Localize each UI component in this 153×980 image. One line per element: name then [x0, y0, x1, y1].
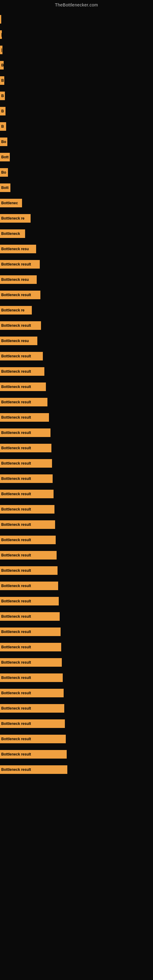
bar-item[interactable]: Bottleneck result	[0, 689, 64, 697]
bar-row: |	[0, 27, 153, 42]
bar-item[interactable]: Bottleneck result	[0, 735, 66, 743]
bar-row: Bottleneck resu	[0, 272, 153, 287]
bar-row: Bottleneck result	[0, 456, 153, 471]
bar-item[interactable]: Bottleneck result	[0, 398, 48, 406]
bar-item[interactable]: |	[0, 46, 2, 54]
bar-row: Bottleneck result	[0, 348, 153, 364]
bar-row: Bottleneck result	[0, 441, 153, 456]
bar-row: Bottleneck result	[0, 670, 153, 686]
bar-row: Bottleneck result	[0, 486, 153, 502]
bar-row: Bottleneck result	[0, 318, 153, 333]
bar-row: Bottleneck result	[0, 686, 153, 701]
bar-item[interactable]: Bo	[0, 168, 8, 177]
bar-item[interactable]: Bottlenec	[0, 199, 22, 207]
bar-row: Bottleneck result	[0, 563, 153, 578]
bar-item[interactable]: Bottleneck result	[0, 520, 55, 529]
bar-row: Bottleneck result	[0, 624, 153, 640]
bar-item[interactable]: Bottleneck	[0, 229, 25, 238]
bar-item[interactable]: Bottleneck result	[0, 566, 57, 575]
bar-row: |	[0, 42, 153, 57]
bar-item[interactable]: Bottleneck result	[0, 612, 60, 621]
bar-row: Bottleneck result	[0, 257, 153, 272]
bar-item[interactable]: |	[0, 15, 1, 24]
bar-item[interactable]: Bott	[0, 183, 10, 192]
bar-item[interactable]: Bottleneck result	[0, 413, 49, 422]
bar-item[interactable]: Bottleneck resu	[0, 337, 37, 345]
bar-row: Bott	[0, 180, 153, 196]
bar-item[interactable]: Bottleneck resu	[0, 245, 36, 253]
bar-row: Bottleneck result	[0, 655, 153, 670]
bar-row: Bottleneck result	[0, 502, 153, 517]
bar-row: Bottleneck result	[0, 532, 153, 547]
bar-row: Bottleneck resu	[0, 333, 153, 348]
bar-item[interactable]: B	[0, 107, 5, 115]
bar-item[interactable]: B	[0, 61, 4, 70]
bar-row: Bottleneck result	[0, 517, 153, 532]
bar-row: Bottleneck result	[0, 762, 153, 777]
bar-row: Bott	[0, 150, 153, 165]
bar-item[interactable]: Bottleneck result	[0, 505, 54, 514]
bar-item[interactable]: Bottleneck result	[0, 704, 64, 713]
bar-row: Bottleneck result	[0, 425, 153, 441]
bar-item[interactable]: B	[0, 122, 6, 131]
bar-item[interactable]: Bottleneck result	[0, 291, 40, 299]
bar-item[interactable]: Bottleneck re	[0, 306, 32, 315]
bar-item[interactable]: |	[0, 30, 2, 39]
bar-item[interactable]: Bottleneck result	[0, 382, 46, 391]
bar-row: Bottleneck result	[0, 471, 153, 486]
bar-row: Bottleneck result	[0, 578, 153, 593]
bar-row: Bottleneck result	[0, 731, 153, 747]
bar-item[interactable]: Bottleneck result	[0, 643, 61, 651]
bar-row: Bottleneck re	[0, 302, 153, 318]
bar-row: |	[0, 12, 153, 27]
bar-row: Bottleneck result	[0, 410, 153, 425]
bar-row: Bottleneck result	[0, 364, 153, 379]
bar-row: Bottleneck result	[0, 701, 153, 716]
bar-row: Bottleneck result	[0, 547, 153, 563]
bar-item[interactable]: B	[0, 92, 5, 100]
bar-row: Bottleneck result	[0, 395, 153, 410]
bar-item[interactable]: Bottleneck result	[0, 627, 61, 636]
bar-row: Bottlenec	[0, 196, 153, 211]
bar-row: Bottleneck result	[0, 379, 153, 395]
bar-item[interactable]: Bott	[0, 153, 10, 161]
bar-row: B	[0, 73, 153, 88]
bar-item[interactable]: Bottleneck result	[0, 260, 40, 269]
bar-row: Bottleneck result	[0, 716, 153, 731]
bar-item[interactable]: Bottleneck result	[0, 673, 63, 682]
bar-item[interactable]: Bo	[0, 137, 7, 146]
bar-row: Bottleneck result	[0, 609, 153, 624]
bar-item[interactable]: Bottleneck result	[0, 582, 58, 590]
bar-item[interactable]: Bottleneck result	[0, 536, 56, 544]
bar-item[interactable]: Bottleneck result	[0, 551, 57, 560]
bar-item[interactable]: Bottleneck result	[0, 444, 51, 452]
bar-item[interactable]: Bottleneck result	[0, 750, 67, 759]
bar-row: B	[0, 119, 153, 134]
bar-row: Bo	[0, 134, 153, 150]
bar-row: Bottleneck re	[0, 211, 153, 226]
bar-row: Bottleneck result	[0, 287, 153, 302]
bar-row: Bottleneck result	[0, 747, 153, 762]
bar-item[interactable]: Bottleneck re	[0, 214, 30, 223]
bar-item[interactable]: Bottleneck result	[0, 765, 67, 774]
bar-row: B	[0, 57, 153, 73]
site-title: TheBottlenecker.com	[0, 0, 153, 9]
bar-item[interactable]: Bottleneck result	[0, 719, 65, 728]
bar-item[interactable]: Bottleneck resu	[0, 275, 37, 284]
bar-item[interactable]: Bottleneck result	[0, 474, 53, 483]
bar-row: Bottleneck resu	[0, 241, 153, 257]
bar-item[interactable]: B	[0, 76, 4, 85]
bar-item[interactable]: Bottleneck result	[0, 658, 62, 667]
bar-item[interactable]: Bottleneck result	[0, 459, 52, 468]
bar-item[interactable]: Bottleneck result	[0, 428, 51, 437]
bars-container: |||BBBBBBoBottBoBottBottlenecBottleneck …	[0, 9, 153, 777]
bar-item[interactable]: Bottleneck result	[0, 490, 54, 498]
bar-item[interactable]: Bottleneck result	[0, 321, 41, 330]
bar-item[interactable]: Bottleneck result	[0, 367, 45, 376]
bar-row: Bo	[0, 165, 153, 180]
bar-row: B	[0, 103, 153, 119]
bar-item[interactable]: Bottleneck result	[0, 352, 43, 360]
bar-row: Bottleneck result	[0, 640, 153, 655]
bar-row: Bottleneck result	[0, 593, 153, 609]
bar-item[interactable]: Bottleneck result	[0, 597, 59, 605]
